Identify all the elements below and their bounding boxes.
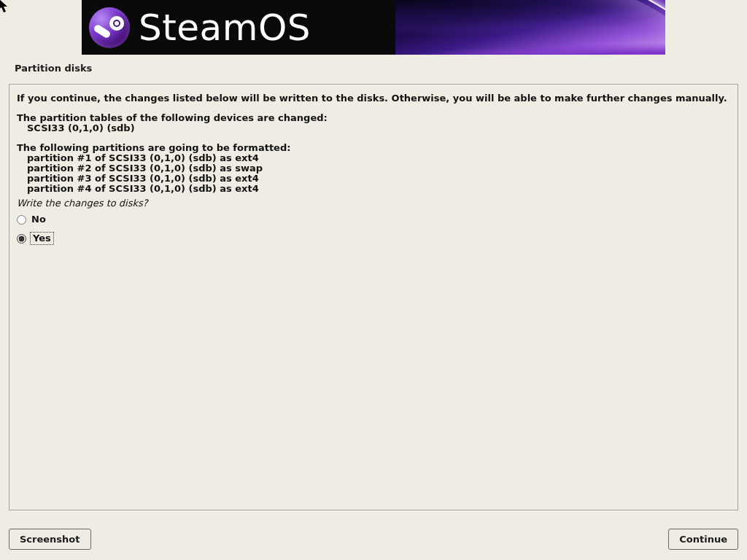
option-no[interactable]: No	[17, 214, 730, 225]
main-content-panel: If you continue, the changes listed belo…	[9, 84, 738, 510]
footer-bar: Screenshot Continue	[9, 529, 738, 550]
radio-no[interactable]	[17, 215, 26, 225]
partition-table-item: SCSI33 (0,1,0) (sdb)	[17, 123, 730, 133]
page-title: Partition disks	[15, 63, 92, 74]
option-no-label: No	[31, 214, 46, 225]
steam-logo-icon	[89, 7, 130, 48]
format-item: partition #2 of SCSI33 (0,1,0) (sdb) as …	[17, 163, 730, 174]
intro-text: If you continue, the changes listed belo…	[17, 93, 730, 104]
format-item: partition #4 of SCSI33 (0,1,0) (sdb) as …	[17, 184, 730, 194]
confirm-prompt: Write the changes to disks?	[17, 198, 730, 209]
installer-banner: SteamOS	[0, 0, 747, 55]
brand-title: SteamOS	[139, 9, 311, 46]
format-heading: The following partitions are going to be…	[17, 143, 730, 153]
option-yes-label: Yes	[31, 233, 53, 244]
format-item: partition #3 of SCSI33 (0,1,0) (sdb) as …	[17, 174, 730, 184]
continue-button[interactable]: Continue	[668, 529, 738, 550]
screenshot-button[interactable]: Screenshot	[9, 529, 91, 550]
format-item: partition #1 of SCSI33 (0,1,0) (sdb) as …	[17, 153, 730, 163]
radio-yes[interactable]	[17, 234, 26, 244]
option-yes[interactable]: Yes	[17, 233, 730, 244]
partition-tables-heading: The partition tables of the following de…	[17, 113, 730, 123]
